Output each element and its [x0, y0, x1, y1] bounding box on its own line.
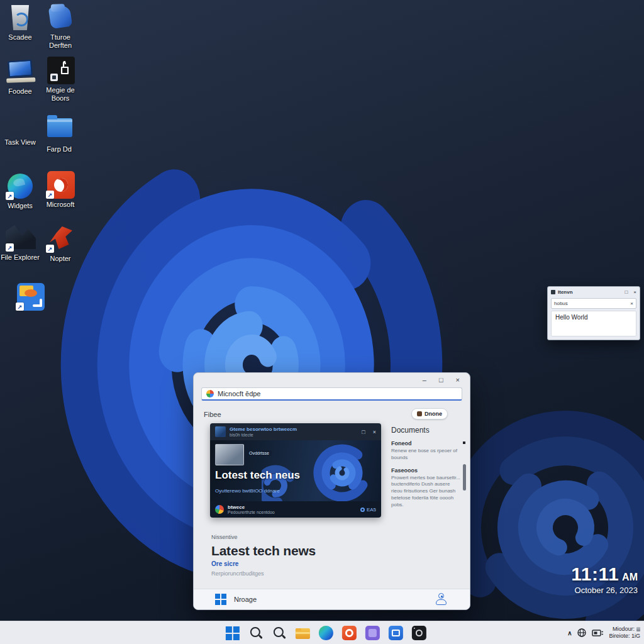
document-entry-title: Foneod [391, 440, 462, 447]
desktop-icon-task-view[interactable]: Task View [0, 138, 40, 147]
photos-collage-icon: ↗ [16, 283, 45, 311]
desktop-icon-label: Nopter [50, 255, 70, 263]
taskbar: ∧ Miodour: Bireiote: 1iG [0, 621, 644, 644]
file-explorer-icon[interactable] [296, 628, 310, 639]
recycle-bin-icon [6, 4, 35, 31]
news-source-icon [215, 505, 224, 514]
section-label: Fibee [204, 411, 221, 418]
purple-app-icon[interactable] [365, 626, 380, 640]
desktop-icon-label: Megie de Boors [40, 86, 80, 103]
network-globe-icon[interactable] [577, 628, 587, 638]
news-card-avatar [215, 426, 226, 437]
desktop-icon-label: Task View [4, 138, 35, 147]
document-entry-title: Faseooos [391, 467, 462, 474]
edge-browser-icon[interactable] [319, 626, 333, 640]
desktop-icon-label: Scadee [8, 33, 31, 42]
restore-button[interactable]: □ [362, 429, 365, 435]
dark-shape-icon: ↗ [6, 224, 35, 252]
desktop-icon-scadee[interactable]: Scadee [0, 4, 40, 42]
address-bar[interactable]: Micnocft ēdpe [201, 387, 462, 401]
story-byline: Rerpioruncrtbuditges [211, 570, 316, 577]
close-button[interactable]: × [373, 429, 376, 435]
desktop-icon-label: Foodee [8, 87, 31, 96]
story-headline: Latest tech news [211, 543, 316, 558]
desktop-icon-label: Widgets [8, 202, 33, 210]
notepad-title: Itenvn [558, 289, 619, 295]
edge-swirl-icon: ↗ [6, 172, 35, 200]
edge-footer-bar: Nroage [194, 589, 470, 609]
tray-badge-icon [636, 627, 640, 631]
edge-window: – □ × Micnocft ēdpe Fibee Dnone Gteme be… [193, 372, 470, 610]
maximize-button[interactable]: □ [625, 289, 628, 295]
battery-device-icon[interactable] [592, 628, 604, 638]
red-3d-shape-icon: ↗ [46, 225, 75, 253]
documents-heading: Documents [391, 426, 462, 435]
shortcut-arrow-icon: ↗ [6, 192, 14, 200]
badge-text: EA5 [367, 507, 376, 513]
done-button-label: Dnone [425, 411, 442, 417]
address-text: Micnocft ēdpe [218, 390, 260, 397]
news-card-badge[interactable]: EA5 [360, 507, 376, 513]
close-tab-button[interactable]: × [630, 301, 633, 306]
red-app-icon[interactable] [342, 626, 357, 640]
desktop-icon-farp-dd[interactable]: Farp Dd [39, 116, 79, 153]
camera-app-icon[interactable] [412, 626, 426, 640]
news-card-subtitle: bis0h tdecte [230, 433, 354, 437]
desktop-icon-foodee[interactable]: Foodee [0, 58, 40, 96]
hidden-icons-chevron[interactable]: ∧ [567, 630, 572, 636]
clock-time: 11:11 [571, 564, 619, 584]
news-card-link[interactable]: Oyutterewo bwtBtOO ddnare [215, 488, 280, 494]
notepad-titlebar[interactable]: Itenvn □ × [548, 287, 640, 297]
shortcut-arrow-icon: ↗ [46, 245, 54, 253]
blue-app-icon[interactable] [389, 626, 403, 640]
news-card-thumbnail [215, 444, 244, 465]
document-entry-body: Renew ene bose os rpeoer of bounds [391, 448, 462, 462]
story-kicker: Nissentive [211, 534, 316, 540]
windows-logo-icon [215, 594, 226, 605]
desktop-icon-tturoe-derften[interactable]: Tturoe Derften [40, 4, 80, 50]
shortcut-arrow-icon: ↗ [16, 303, 24, 311]
edge-titlebar[interactable]: – □ × [194, 373, 470, 387]
laptop-icon [6, 58, 35, 86]
news-card-titlebar[interactable]: Gteme besorwtoo brtweecm bis0h tdecte □ … [210, 423, 381, 440]
close-button[interactable]: × [456, 377, 460, 384]
desktop-icon-microsoft[interactable]: ↗ Microsoft [40, 171, 80, 209]
desktop-icon-label: Tturoe Derften [40, 33, 80, 50]
news-card-thumb-caption: Ovddrtsse [247, 450, 272, 456]
minimize-button[interactable]: – [423, 377, 426, 384]
edge-footer-label: Nroage [234, 596, 257, 603]
account-person-icon[interactable] [435, 593, 448, 606]
desktop-icon-photos[interactable]: ↗ [10, 283, 50, 311]
tray-status-line2: Bireiote: 1iG [609, 633, 640, 640]
search-icon-2[interactable] [272, 626, 287, 640]
news-source-name: btwece [228, 504, 357, 510]
notepad-tab-label: hobus [554, 301, 627, 306]
story-link[interactable]: Ore sicre [211, 560, 316, 567]
tray-status-text[interactable]: Miodour: Bireiote: 1iG [609, 626, 640, 640]
taskbar-center [226, 621, 426, 644]
desktop-icon-label: Microsoft [47, 201, 75, 209]
desktop-icon-label: Farp Dd [47, 145, 72, 153]
done-button[interactable]: Dnone [411, 408, 448, 419]
desktop-icon-nopter[interactable]: ↗ Nopter [40, 225, 80, 263]
blue-device-icon [46, 4, 75, 31]
start-button[interactable] [226, 626, 240, 640]
desktop: Scadee Tturoe Derften Foodee Megie de Bo… [0, 0, 644, 644]
bullet-dot [463, 441, 465, 444]
notepad-text-area[interactable]: Hello World [551, 311, 636, 336]
scrollbar-thumb[interactable] [463, 464, 466, 491]
shortcut-arrow-icon: ↗ [46, 191, 54, 199]
close-button[interactable]: × [633, 289, 636, 295]
clock-date: October 26, 2023 [571, 586, 638, 595]
maximize-button[interactable]: □ [439, 377, 443, 384]
documents-panel: Documents Foneod Renew ene bose os rpeoe… [391, 426, 462, 509]
search-icon[interactable] [249, 626, 264, 640]
news-source-subtitle: Pedourerthzte ncentdoo [228, 510, 357, 514]
desktop-icon-file-explorer[interactable]: ↗ File Explorer [0, 224, 40, 262]
desktop-icon-megie-de-boors[interactable]: Megie de Boors [40, 57, 80, 103]
done-button-icon [417, 411, 422, 416]
clock-meridiem: AM [622, 572, 638, 582]
news-card-image: Ovddrtsse Lotest tech neus Oyutterewo bw… [210, 440, 381, 501]
desktop-icon-widgets[interactable]: ↗ Widgets [0, 172, 40, 210]
notepad-tab[interactable]: hobus × [551, 298, 636, 309]
